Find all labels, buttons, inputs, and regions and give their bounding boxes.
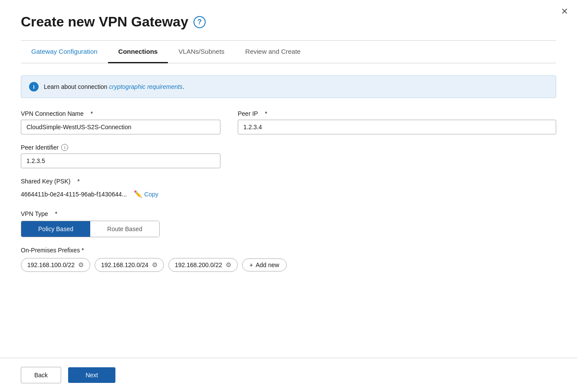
copy-icon: ✏️ xyxy=(134,190,142,198)
shared-key-group: Shared Key (PSK) * 4664411b-0e24-4115-96… xyxy=(21,178,556,201)
cryptographic-requirements-link[interactable]: cryptographic requirements xyxy=(109,83,183,90)
create-vpn-gateway-modal: ✕ Create new VPN Gateway ? Gateway Confi… xyxy=(0,0,577,392)
form-row-2: Peer Identifier i xyxy=(21,144,556,168)
prefix-value-2: 192.168.200.0/22 xyxy=(175,261,222,268)
vpn-type-section: VPN Type * Policy Based Route Based xyxy=(21,210,556,237)
peer-identifier-info-icon[interactable]: i xyxy=(61,144,68,151)
add-new-prefix-button[interactable]: + Add new xyxy=(242,258,287,271)
prefix-value-0: 192.168.100.0/22 xyxy=(27,261,75,268)
vpn-connection-name-required: * xyxy=(91,110,93,117)
tab-review-and-create[interactable]: Review and Create xyxy=(235,41,311,63)
back-button[interactable]: Back xyxy=(21,367,61,383)
tab-connections[interactable]: Connections xyxy=(108,41,168,63)
tab-gateway-configuration[interactable]: Gateway Configuration xyxy=(21,41,108,63)
info-banner-text: Learn about connection cryptographic req… xyxy=(44,83,184,90)
help-icon[interactable]: ? xyxy=(193,16,206,28)
vpn-type-route-based[interactable]: Route Based xyxy=(90,221,159,237)
psk-row: 4664411b-0e24-4115-96ab-f1430644... ✏️ C… xyxy=(21,187,556,201)
form-row-3: Shared Key (PSK) * 4664411b-0e24-4115-96… xyxy=(21,178,556,201)
info-icon: i xyxy=(29,82,39,91)
add-new-label: Add new xyxy=(256,261,279,268)
shared-key-required: * xyxy=(77,178,79,185)
prefix-pill-1: 192.168.120.0/24 ⚙ xyxy=(95,258,164,272)
copy-psk-button[interactable]: ✏️ Copy xyxy=(131,189,161,199)
vpn-type-label: VPN Type * xyxy=(21,210,556,217)
prefix-pill-0: 192.168.100.0/22 ⚙ xyxy=(21,258,90,272)
prefix-settings-icon-0[interactable]: ⚙ xyxy=(78,261,84,269)
prefixes-row: 192.168.100.0/22 ⚙ 192.168.120.0/24 ⚙ 19… xyxy=(21,258,556,272)
peer-identifier-group: Peer Identifier i xyxy=(21,144,220,168)
close-button[interactable]: ✕ xyxy=(561,7,568,16)
peer-ip-required: * xyxy=(265,110,267,117)
prefix-settings-icon-2[interactable]: ⚙ xyxy=(226,261,231,269)
peer-identifier-label: Peer Identifier i xyxy=(21,144,220,151)
prefix-pill-2: 192.168.200.0/22 ⚙ xyxy=(168,258,238,272)
on-premises-prefixes-required: * xyxy=(82,247,84,254)
footer: Back Next xyxy=(0,358,577,392)
modal-title: Create new VPN Gateway xyxy=(21,14,188,30)
peer-ip-input[interactable] xyxy=(238,120,556,134)
info-banner: i Learn about connection cryptographic r… xyxy=(21,75,556,98)
prefix-value-1: 192.168.120.0/24 xyxy=(101,261,148,268)
peer-ip-label: Peer IP * xyxy=(238,110,556,117)
form-row-1: VPN Connection Name * Peer IP * xyxy=(21,110,556,134)
vpn-connection-name-group: VPN Connection Name * xyxy=(21,110,220,134)
next-button[interactable]: Next xyxy=(68,367,115,383)
vpn-type-required: * xyxy=(55,210,57,217)
peer-ip-group: Peer IP * xyxy=(238,110,556,134)
tab-vlans-subnets[interactable]: VLANs/Subnets xyxy=(168,41,235,63)
on-premises-prefixes-section: On-Premises Prefixes * 192.168.100.0/22 … xyxy=(21,247,556,272)
prefix-settings-icon-1[interactable]: ⚙ xyxy=(152,261,157,269)
tabs-bar: Gateway Configuration Connections VLANs/… xyxy=(21,41,556,63)
peer-identifier-input[interactable] xyxy=(21,154,220,168)
main-content: i Learn about connection cryptographic r… xyxy=(21,63,556,272)
vpn-type-toggle: Policy Based Route Based xyxy=(21,221,160,237)
vpn-connection-name-label: VPN Connection Name * xyxy=(21,110,220,117)
on-premises-prefixes-label: On-Premises Prefixes * xyxy=(21,247,556,254)
add-new-icon: + xyxy=(249,261,253,268)
copy-label: Copy xyxy=(144,191,158,198)
vpn-connection-name-input[interactable] xyxy=(21,120,220,134)
vpn-type-policy-based[interactable]: Policy Based xyxy=(21,221,90,237)
psk-value: 4664411b-0e24-4115-96ab-f1430644... xyxy=(21,191,127,198)
modal-title-row: Create new VPN Gateway ? xyxy=(21,14,556,30)
shared-key-label: Shared Key (PSK) * xyxy=(21,178,556,185)
